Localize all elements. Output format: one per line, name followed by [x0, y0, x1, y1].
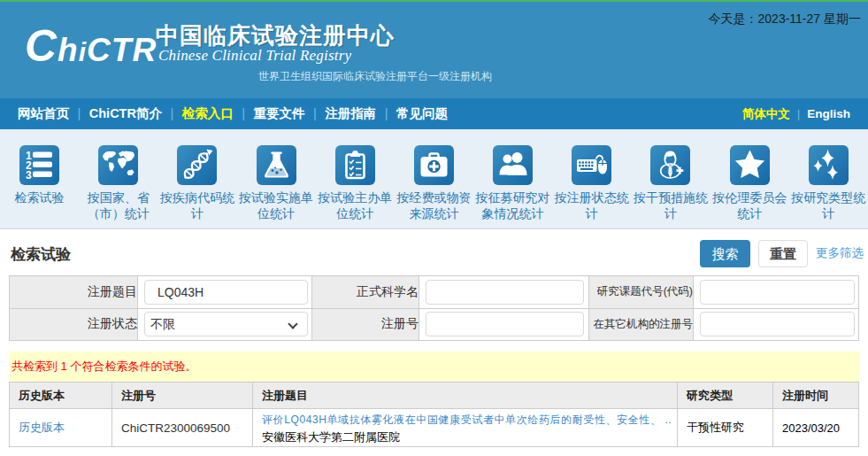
svg-text:3: 3	[26, 169, 32, 182]
